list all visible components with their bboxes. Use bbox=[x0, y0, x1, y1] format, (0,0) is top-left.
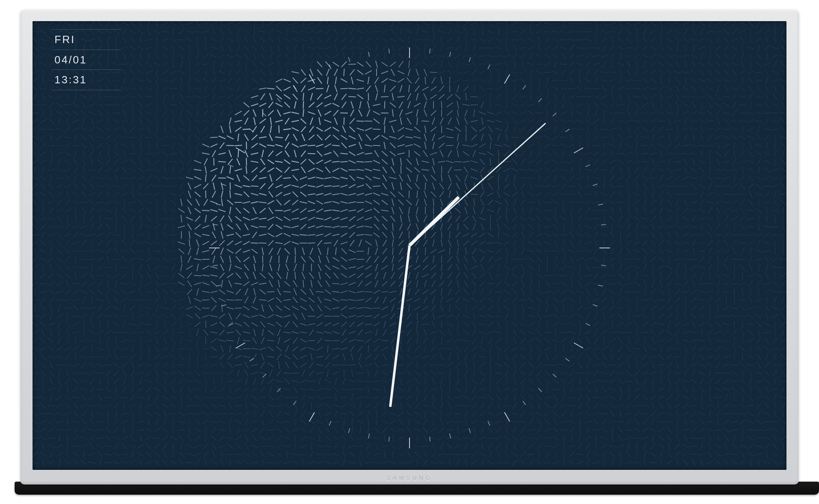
svg-line-4742 bbox=[782, 427, 784, 433]
clock-tick bbox=[236, 148, 246, 154]
svg-line-1418 bbox=[220, 143, 224, 148]
svg-line-4635 bbox=[666, 422, 673, 422]
svg-line-2038 bbox=[723, 194, 730, 195]
svg-line-1124 bbox=[97, 119, 103, 123]
svg-line-835 bbox=[774, 85, 776, 92]
svg-line-4165 bbox=[625, 381, 632, 382]
svg-line-1960 bbox=[89, 193, 95, 196]
ambient-screen[interactable]: FRI 04/01 13:31 bbox=[33, 21, 786, 470]
svg-line-3446 bbox=[72, 323, 78, 326]
svg-line-44 bbox=[391, 21, 394, 27]
svg-line-2497 bbox=[676, 232, 679, 238]
svg-line-4709 bbox=[514, 427, 516, 433]
svg-line-1222 bbox=[137, 128, 144, 130]
svg-line-37 bbox=[333, 23, 340, 24]
svg-line-2799 bbox=[105, 267, 112, 267]
svg-line-1947 bbox=[740, 184, 745, 189]
svg-line-3803 bbox=[707, 348, 713, 350]
svg-line-5106 bbox=[716, 460, 721, 465]
svg-line-1845 bbox=[667, 176, 673, 180]
svg-line-3149 bbox=[682, 291, 689, 293]
svg-line-3884 bbox=[611, 354, 614, 360]
svg-line-554 bbox=[756, 62, 761, 66]
svg-line-3056 bbox=[683, 281, 688, 286]
svg-line-589 bbox=[286, 69, 288, 76]
svg-line-2683 bbox=[677, 248, 678, 255]
svg-line-4744 bbox=[40, 437, 46, 440]
svg-line-3329 bbox=[636, 305, 638, 311]
svg-line-3520 bbox=[675, 322, 680, 327]
svg-line-571 bbox=[137, 71, 144, 74]
svg-line-4947 bbox=[179, 452, 184, 457]
svg-line-1494 bbox=[83, 150, 85, 157]
svg-line-495 bbox=[278, 61, 281, 67]
svg-line-932 bbox=[49, 102, 54, 107]
svg-line-1867 bbox=[90, 184, 94, 189]
svg-line-4279 bbox=[40, 396, 46, 399]
svg-line-1691 bbox=[173, 167, 174, 174]
svg-line-849 bbox=[129, 96, 136, 97]
svg-line-5049 bbox=[251, 462, 258, 463]
svg-line-127 bbox=[309, 30, 315, 33]
svg-line-1193 bbox=[658, 121, 665, 121]
svg-line-5076 bbox=[471, 461, 477, 465]
svg-line-1564 bbox=[650, 152, 656, 155]
svg-line-5056 bbox=[308, 461, 315, 464]
svg-line-551 bbox=[731, 63, 738, 65]
svg-line-2344 bbox=[188, 224, 192, 230]
svg-line-652 bbox=[42, 77, 44, 84]
svg-line-263 bbox=[661, 37, 662, 43]
svg-line-2332 bbox=[91, 224, 93, 230]
svg-line-93 bbox=[33, 31, 39, 32]
svg-line-314 bbox=[316, 47, 323, 49]
clock-tick bbox=[388, 437, 390, 441]
svg-line-4712 bbox=[537, 427, 541, 433]
svg-line-1586 bbox=[73, 159, 78, 165]
svg-line-3265 bbox=[113, 306, 119, 309]
svg-line-5072 bbox=[438, 461, 445, 464]
svg-line-2710 bbox=[137, 259, 144, 260]
svg-line-2611 bbox=[89, 250, 95, 253]
svg-line-3059 bbox=[707, 283, 714, 284]
svg-line-1114 bbox=[772, 113, 779, 113]
svg-line-764 bbox=[194, 88, 201, 89]
svg-line-4288 bbox=[114, 395, 118, 400]
svg-line-4382 bbox=[124, 402, 125, 409]
svg-line-3727 bbox=[91, 345, 92, 352]
svg-line-3158 bbox=[758, 289, 759, 295]
svg-line-3797 bbox=[661, 345, 661, 352]
svg-line-2418 bbox=[33, 235, 38, 236]
svg-line-3436 bbox=[748, 315, 754, 318]
svg-line-4804 bbox=[528, 438, 535, 439]
svg-line-465 bbox=[35, 61, 35, 68]
svg-line-5084 bbox=[537, 460, 541, 465]
svg-line-4365 bbox=[742, 394, 743, 401]
svg-line-2705 bbox=[97, 258, 103, 261]
svg-line-1192 bbox=[650, 119, 656, 123]
svg-line-351 bbox=[617, 46, 623, 50]
svg-line-1777 bbox=[115, 175, 117, 181]
svg-line-2227 bbox=[747, 210, 754, 211]
clock-tick bbox=[586, 164, 590, 167]
svg-line-1578 bbox=[764, 153, 771, 154]
svg-line-810 bbox=[569, 88, 575, 89]
svg-line-4530 bbox=[571, 411, 573, 417]
svg-line-2800 bbox=[116, 264, 117, 271]
clock-tick bbox=[429, 49, 431, 54]
svg-line-225 bbox=[350, 37, 354, 43]
svg-line-3811 bbox=[772, 348, 778, 350]
svg-line-4893 bbox=[496, 444, 501, 448]
svg-line-1377 bbox=[642, 137, 649, 138]
svg-line-3246 bbox=[716, 298, 721, 302]
svg-line-1875 bbox=[154, 186, 161, 187]
svg-line-213 bbox=[253, 37, 256, 43]
svg-line-3261 bbox=[81, 308, 87, 308]
svg-line-1370 bbox=[586, 135, 590, 140]
svg-line-3723 bbox=[57, 347, 62, 350]
svg-line-2060 bbox=[146, 201, 152, 204]
svg-line-3153 bbox=[717, 289, 719, 295]
svg-line-256 bbox=[602, 37, 607, 43]
svg-line-147 bbox=[474, 28, 475, 35]
svg-line-4894 bbox=[506, 443, 507, 450]
svg-line-3245 bbox=[708, 297, 712, 303]
